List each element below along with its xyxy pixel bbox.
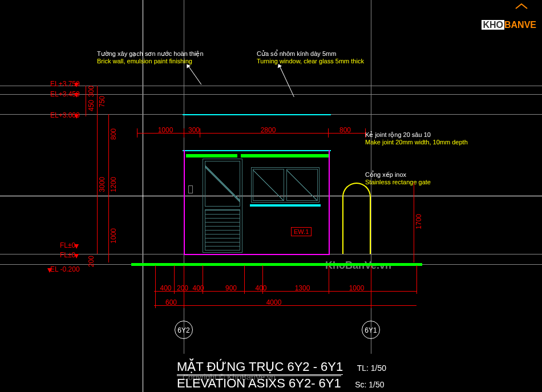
arrow-icon — [74, 114, 79, 119]
dim-text: 1000 — [110, 228, 118, 244]
lintel — [241, 154, 330, 157]
dim-text: 1200 — [110, 177, 118, 192]
ground-line — [131, 263, 422, 266]
arrow-icon — [74, 83, 79, 87]
arrow-icon — [74, 93, 79, 98]
dim-line — [414, 183, 414, 262]
dim-text: 400 — [156, 284, 176, 292]
ext-line — [184, 265, 184, 308]
level-mark: FL±0 — [60, 241, 75, 249]
arrow-icon — [47, 268, 52, 273]
floor-line — [184, 254, 330, 255]
dim-text: 200 — [87, 256, 95, 267]
dim-text: 400 — [188, 284, 208, 292]
dim-text: 3000 — [98, 177, 106, 192]
annotation-gate: Cổng xếp inox Stainless rectange gate — [365, 171, 431, 185]
ext-line — [137, 128, 137, 138]
dim-text: 300 — [87, 86, 95, 97]
annotation-window: Cửa sổ nhôm kính dày 5mm Turning window,… — [257, 50, 364, 64]
ext-line — [200, 128, 200, 138]
dim-line — [97, 86, 98, 254]
axis-line — [0, 94, 542, 95]
dim-text: 2800 — [251, 126, 285, 134]
roof-line — [183, 114, 331, 115]
ext-line — [184, 128, 184, 138]
dim-text: 1000 — [339, 284, 374, 292]
ext-line — [371, 265, 371, 308]
lintel — [186, 154, 237, 157]
leader-line — [188, 66, 202, 84]
axis-bubble: 6Y1 — [362, 321, 380, 339]
ext-line — [416, 265, 417, 294]
logo-khobanve: KHOBANVE — [482, 3, 536, 30]
dim-text: 400 — [251, 284, 271, 292]
dim-text: 1000 — [148, 126, 183, 134]
level-mark: FL±0 — [60, 251, 75, 259]
dim-line — [108, 114, 109, 262]
dim-text: 1300 — [285, 284, 319, 292]
arrow-icon — [74, 244, 79, 249]
ext-line — [262, 265, 263, 294]
ew1-tag: EW.1 — [291, 227, 312, 236]
annotation-wall: Tường xây gạch sơn nước hoàn thiện Brick… — [97, 50, 204, 64]
leader-line — [280, 66, 294, 97]
level-mark: EL -0.200 — [50, 265, 80, 273]
sill — [250, 204, 321, 207]
door — [203, 159, 242, 253]
ext-line — [244, 265, 245, 294]
dim-text: 800 — [110, 128, 118, 140]
annotation-joint: Kẻ joint rộng 20 sâu 10 Make joint 20mm … — [365, 131, 468, 146]
dim-text: 4000 — [257, 298, 291, 306]
dim-text: 450 — [87, 100, 95, 111]
axis-bubble: 6Y2 — [175, 321, 193, 339]
ext-line — [174, 265, 175, 294]
ext-line — [155, 265, 156, 308]
dim-text: 1700 — [415, 214, 423, 229]
drawing-title: MẶT ĐỨNG TRỤC 6Y2 - 6Y1 TL: 1/50 ELEVATI… — [177, 359, 386, 391]
wall-line — [183, 150, 331, 151]
window — [251, 167, 319, 203]
wall — [329, 150, 330, 254]
wall — [184, 150, 185, 254]
switch-box — [188, 185, 193, 193]
ext-line — [328, 128, 329, 138]
gate — [342, 183, 371, 254]
ext-line — [329, 265, 329, 294]
dim-text: 800 — [331, 126, 359, 134]
ext-line — [365, 128, 366, 138]
dim-text: 750 — [98, 96, 106, 107]
dim-line — [86, 86, 86, 116]
ext-line — [203, 265, 203, 294]
dim-text: 600 — [160, 298, 183, 306]
arrow-icon — [74, 254, 79, 258]
dim-text: 900 — [217, 284, 245, 292]
axis-line — [0, 86, 542, 86]
